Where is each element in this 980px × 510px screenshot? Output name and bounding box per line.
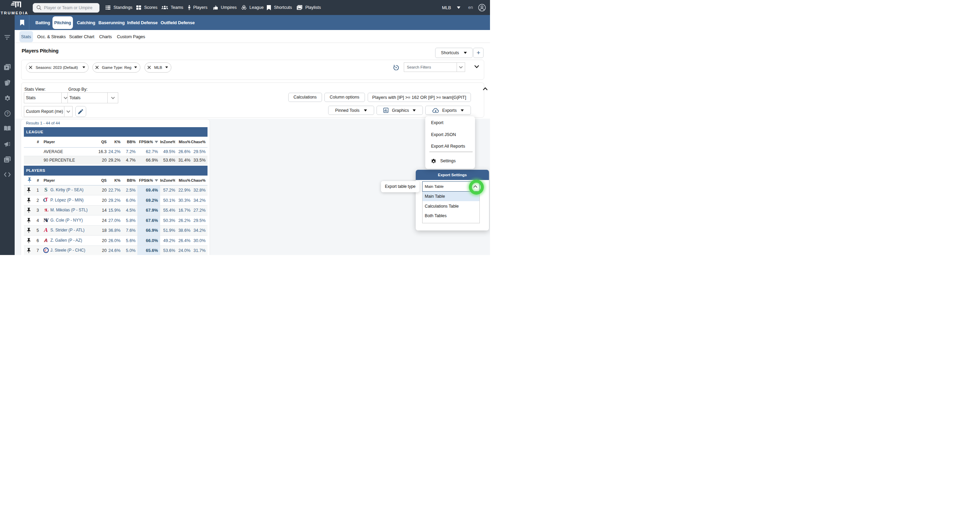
svg-text:?: ? — [6, 112, 8, 116]
